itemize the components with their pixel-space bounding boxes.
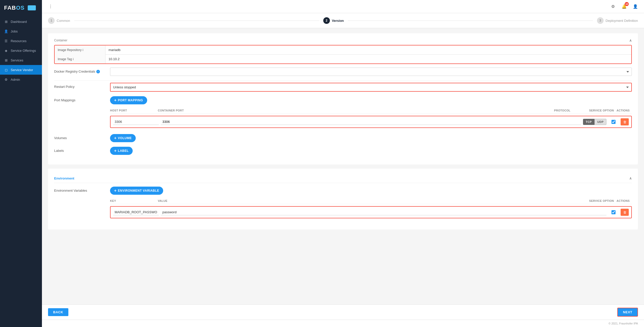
image-repository-row: Image Repository i	[55, 45, 631, 55]
env-value-input[interactable]	[161, 209, 606, 215]
port-mappings-control: + PORT MAPPING Host Port Container Port …	[110, 96, 632, 129]
back-button[interactable]: BACK	[48, 308, 68, 316]
sidebar-item-label: Service Offerings	[11, 49, 36, 53]
step-deployment-label: Deployment Definition	[606, 19, 638, 23]
next-button[interactable]: NEXT	[617, 308, 638, 317]
labels-label: Labels	[54, 147, 105, 153]
image-repository-input[interactable]	[105, 45, 631, 55]
sidebar-item-service-vendor[interactable]: ◻ Service Vendor	[0, 65, 42, 75]
port-row-delete-button[interactable]: 🗑	[621, 118, 629, 125]
step-version-label: Version	[332, 19, 344, 23]
protocol-toggle: TCP UDP	[583, 119, 606, 125]
env-table-header: Key Value Service Option Actions	[110, 198, 632, 204]
sidebar-item-dashboard[interactable]: ⊞ Dashboard	[0, 17, 42, 26]
docker-registry-group: Docker Registry Credentials i	[54, 68, 632, 76]
container-collapse-icon[interactable]: ∧	[629, 38, 632, 42]
sidebar-item-service-offerings[interactable]: ◈ Service Offerings	[0, 46, 42, 55]
udp-button[interactable]: UDP	[594, 119, 606, 125]
env-value-header: Value	[158, 199, 587, 202]
logo-text: FABOS	[4, 5, 25, 11]
labels-group: Labels + LABEL	[54, 147, 632, 155]
environment-collapse-icon[interactable]: ∧	[629, 176, 632, 180]
user-icon[interactable]: 👤	[632, 3, 639, 10]
divider-1	[54, 80, 632, 81]
step-version-number: 2	[323, 17, 330, 24]
env-variables-control: + ENVIRONMENT VARIABLE Key Value Service…	[110, 187, 632, 220]
volume-button[interactable]: + VOLUME	[110, 134, 136, 142]
topbar-left: ⋮	[47, 3, 54, 10]
sidebar-item-jobs[interactable]: 👤 Jobs	[0, 26, 42, 36]
sidebar-item-services[interactable]: ⊞ Services	[0, 55, 42, 65]
service-option-checkbox[interactable]	[611, 120, 616, 124]
sidebar-item-label: Service Vendor	[11, 68, 33, 72]
env-service-option-wrap	[608, 210, 619, 214]
settings-icon[interactable]: ⚙	[609, 3, 617, 10]
env-actions-header: Actions	[617, 199, 632, 202]
plus-icon: +	[114, 98, 117, 103]
container-section: Container ∧ Image Repository i	[48, 33, 638, 165]
env-row: 🗑	[110, 206, 632, 218]
step-version[interactable]: 2 Version	[323, 17, 344, 24]
image-tag-input[interactable]	[105, 55, 631, 63]
image-repository-info-icon[interactable]: i	[83, 48, 83, 52]
sidebar-nav: ⊞ Dashboard 👤 Jobs ☰ Resources ◈ Service…	[0, 15, 42, 327]
tcp-button[interactable]: TCP	[583, 119, 595, 125]
docker-registry-control	[110, 68, 632, 76]
menu-icon[interactable]: ⋮	[47, 3, 54, 10]
env-service-option-header: Service Option	[589, 199, 615, 202]
sidebar-item-resources[interactable]: ☰ Resources	[0, 36, 42, 46]
sidebar-item-label: Services	[11, 58, 23, 62]
jobs-icon: 👤	[4, 29, 8, 33]
restart-policy-select[interactable]: Unless stopped Always On failure No	[110, 83, 632, 92]
port-table-header: Host Port Container Port Protocol Servic…	[110, 107, 632, 114]
protocol-header: Protocol	[554, 109, 587, 112]
container-port-input[interactable]	[161, 119, 581, 125]
admin-icon: ⚙	[4, 77, 8, 81]
env-variable-button[interactable]: + ENVIRONMENT VARIABLE	[110, 187, 163, 195]
host-port-input[interactable]	[113, 119, 159, 125]
label-button[interactable]: + LABEL	[110, 147, 133, 155]
image-repository-label: Image Repository i	[55, 45, 105, 55]
port-mappings-group: Port Mappings + PORT MAPPING Host Port C…	[54, 96, 632, 129]
resources-icon: ☰	[4, 39, 8, 43]
notification-icon[interactable]: 🔔 18	[621, 3, 628, 10]
env-variables-group: Environment Variables + ENVIRONMENT VARI…	[54, 187, 632, 220]
volumes-group: Volumes + VOLUME	[54, 134, 632, 142]
sidebar-item-admin[interactable]: ⚙ Admin	[0, 75, 42, 84]
docker-registry-label: Docker Registry Credentials i	[54, 68, 105, 73]
environment-title: Environment	[54, 176, 74, 180]
image-tag-info-icon[interactable]: i	[73, 57, 74, 61]
container-header: Container ∧	[54, 38, 632, 42]
sidebar: FABOS ⊞ Dashboard 👤 Jobs ☰ Resources ◈ S…	[0, 0, 42, 327]
image-tag-label: Image Tag i	[55, 55, 105, 63]
port-row: TCP UDP 🗑	[110, 116, 632, 128]
env-row-delete-button[interactable]: 🗑	[621, 209, 629, 216]
container-port-header: Container Port	[158, 109, 552, 112]
port-mapping-button[interactable]: + PORT MAPPING	[110, 96, 147, 104]
image-fields-box: Image Repository i Image Tag i	[54, 45, 632, 64]
docker-registry-select[interactable]	[110, 68, 632, 76]
sidebar-item-label: Admin	[11, 78, 20, 81]
env-plus-icon: +	[114, 188, 117, 193]
step-common[interactable]: 1 Common	[48, 17, 70, 24]
env-key-input[interactable]	[113, 209, 159, 215]
sidebar-item-label: Resources	[11, 39, 26, 43]
docker-registry-info-icon[interactable]: i	[96, 70, 100, 73]
label-plus-icon: +	[114, 149, 117, 153]
notification-badge-count: 18	[625, 2, 629, 6]
dashboard-icon: ⊞	[4, 20, 8, 24]
service-vendor-icon: ◻	[4, 68, 8, 72]
port-mappings-label: Port Mappings	[54, 96, 105, 102]
step-common-number: 1	[48, 17, 55, 24]
step-deployment-number: 3	[597, 17, 604, 24]
env-service-option-checkbox[interactable]	[611, 210, 616, 214]
volumes-control: + VOLUME	[110, 134, 632, 142]
restart-policy-control: Unless stopped Always On failure No	[110, 83, 632, 92]
restart-policy-label: Restart Policy	[54, 83, 105, 89]
step-deployment[interactable]: 3 Deployment Definition	[597, 17, 638, 24]
step-common-label: Common	[57, 19, 70, 23]
logo: FABOS	[0, 0, 42, 15]
sidebar-item-label: Dashboard	[11, 20, 27, 24]
volume-plus-icon: +	[114, 136, 117, 140]
step-divider-1	[74, 21, 319, 21]
